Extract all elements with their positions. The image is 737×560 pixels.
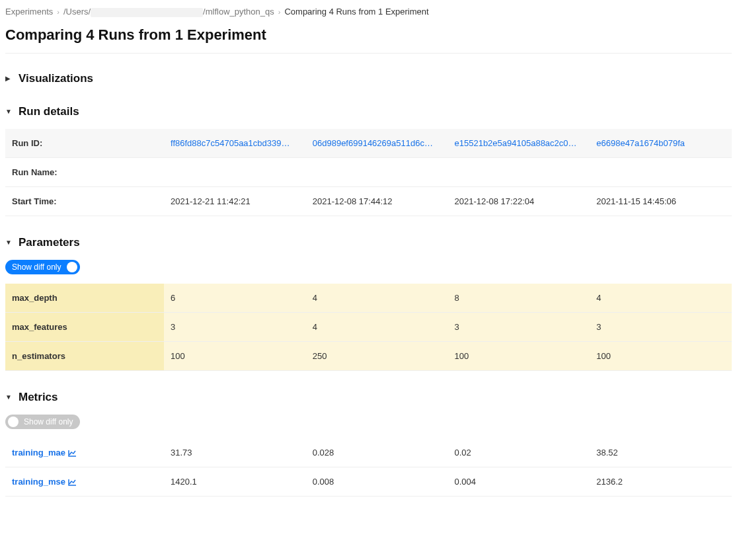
- metric-val-0-1: 0.028: [306, 438, 448, 467]
- param-val-2-0: 100: [164, 341, 306, 370]
- param-val-2-1: 250: [306, 341, 448, 370]
- breadcrumb-path-suffix: /mlflow_python_qs: [203, 7, 274, 17]
- chevron-right-icon: ›: [278, 8, 281, 16]
- param-val-1-2: 3: [448, 312, 590, 341]
- section-header-run-details[interactable]: ▼ Run details: [5, 105, 732, 118]
- breadcrumb-path-prefix: /Users/: [63, 7, 91, 17]
- section-run-details: ▼ Run details Run ID: ff86fd88c7c54705aa…: [5, 105, 732, 216]
- section-header-visualizations[interactable]: ▶ Visualizations: [5, 72, 732, 85]
- start-time-2: 2021-12-08 17:22:04: [448, 186, 590, 216]
- table-row-run-id: Run ID: ff86fd88c7c54705aa1cbd339… 06d98…: [5, 129, 732, 158]
- page-title: Comparing 4 Runs from 1 Experiment: [5, 26, 732, 54]
- param-val-2-2: 100: [448, 341, 590, 370]
- start-time-3: 2021-11-15 14:45:06: [590, 186, 732, 216]
- run-id-link-1[interactable]: 06d989ef699146269a511d6c…: [313, 138, 433, 148]
- run-name-1: [306, 157, 448, 186]
- param-val-0-3: 4: [590, 284, 732, 313]
- param-val-2-3: 100: [590, 341, 732, 370]
- metric-val-1-3: 2136.2: [590, 467, 732, 496]
- table-row-metric-1: training_mse 1420.1 0.008 0.004 2136.2: [5, 467, 732, 496]
- toggle-label: Show diff only: [24, 417, 73, 426]
- start-time-0: 2021-12-21 11:42:21: [164, 186, 306, 216]
- metric-val-1-0: 1420.1: [164, 467, 306, 496]
- chart-icon: [68, 450, 77, 457]
- table-row-param-2: n_estimators 100 250 100 100: [5, 341, 732, 370]
- chevron-right-icon: ›: [57, 8, 59, 16]
- chart-icon: [68, 479, 77, 486]
- redacted-user: [91, 8, 203, 17]
- metric-val-0-0: 31.73: [164, 438, 306, 467]
- metric-label-1: training_mse: [12, 477, 65, 487]
- show-diff-toggle-parameters[interactable]: Show diff only: [5, 260, 80, 274]
- metric-val-0-3: 38.52: [590, 438, 732, 467]
- run-id-link-3[interactable]: e6698e47a1674b079fa: [596, 138, 685, 148]
- row-label-run-id: Run ID:: [5, 129, 164, 158]
- metrics-table: training_mae 31.73 0.028 0.02 38.52 trai…: [5, 438, 732, 497]
- triangle-down-icon: ▼: [5, 393, 12, 401]
- parameters-table: max_depth 6 4 8 4 max_features 3 4 3 3 n…: [5, 284, 732, 371]
- metric-link-0[interactable]: training_mae: [12, 448, 77, 458]
- metric-val-0-2: 0.02: [448, 438, 590, 467]
- metric-val-1-2: 0.004: [448, 467, 590, 496]
- toggle-knob-icon: [67, 262, 77, 272]
- table-row-param-1: max_features 3 4 3 3: [5, 312, 732, 341]
- breadcrumb: Experiments › /Users//mlflow_python_qs ›…: [5, 5, 732, 26]
- run-id-link-2[interactable]: e15521b2e5a94105a88ac2c0…: [455, 138, 577, 148]
- section-header-parameters[interactable]: ▼ Parameters: [5, 236, 732, 249]
- table-row-run-name: Run Name:: [5, 157, 732, 186]
- row-label-start-time: Start Time:: [5, 186, 164, 216]
- breadcrumb-experiments[interactable]: Experiments: [5, 7, 53, 17]
- triangle-down-icon: ▼: [5, 108, 12, 115]
- section-header-metrics[interactable]: ▼ Metrics: [5, 391, 732, 404]
- metric-val-1-1: 0.008: [306, 467, 448, 496]
- param-label-1: max_features: [5, 312, 164, 341]
- param-val-0-2: 8: [448, 284, 590, 313]
- triangle-right-icon: ▶: [5, 75, 12, 82]
- show-diff-toggle-metrics[interactable]: Show diff only: [5, 415, 80, 429]
- table-row-start-time: Start Time: 2021-12-21 11:42:21 2021-12-…: [5, 186, 732, 216]
- param-label-2: n_estimators: [5, 341, 164, 370]
- run-details-table: Run ID: ff86fd88c7c54705aa1cbd339… 06d98…: [5, 129, 732, 216]
- section-metrics: ▼ Metrics Show diff only training_mae 31…: [5, 391, 732, 497]
- run-name-2: [448, 157, 590, 186]
- metric-label-0: training_mae: [12, 448, 65, 458]
- toggle-label: Show diff only: [12, 262, 61, 272]
- param-val-0-1: 4: [306, 284, 448, 313]
- run-name-3: [590, 157, 732, 186]
- param-val-1-3: 3: [590, 312, 732, 341]
- table-row-metric-0: training_mae 31.73 0.028 0.02 38.52: [5, 438, 732, 467]
- run-id-link-0[interactable]: ff86fd88c7c54705aa1cbd339…: [171, 138, 290, 148]
- section-title-visualizations: Visualizations: [19, 72, 93, 85]
- param-val-1-0: 3: [164, 312, 306, 341]
- breadcrumb-path[interactable]: /Users//mlflow_python_qs: [63, 7, 274, 17]
- section-visualizations: ▶ Visualizations: [5, 72, 732, 85]
- param-val-0-0: 6: [164, 284, 306, 313]
- table-row-param-0: max_depth 6 4 8 4: [5, 284, 732, 313]
- run-name-0: [164, 157, 306, 186]
- breadcrumb-current: Comparing 4 Runs from 1 Experiment: [284, 7, 428, 17]
- row-label-run-name: Run Name:: [5, 157, 164, 186]
- section-parameters: ▼ Parameters Show diff only max_depth 6 …: [5, 236, 732, 371]
- triangle-down-icon: ▼: [5, 239, 12, 246]
- param-label-0: max_depth: [5, 284, 164, 313]
- metric-link-1[interactable]: training_mse: [12, 477, 77, 487]
- section-title-parameters: Parameters: [19, 236, 80, 249]
- param-val-1-1: 4: [306, 312, 448, 341]
- section-title-metrics: Metrics: [19, 391, 58, 404]
- section-title-run-details: Run details: [19, 105, 79, 118]
- toggle-knob-icon: [8, 417, 19, 427]
- start-time-1: 2021-12-08 17:44:12: [306, 186, 448, 216]
